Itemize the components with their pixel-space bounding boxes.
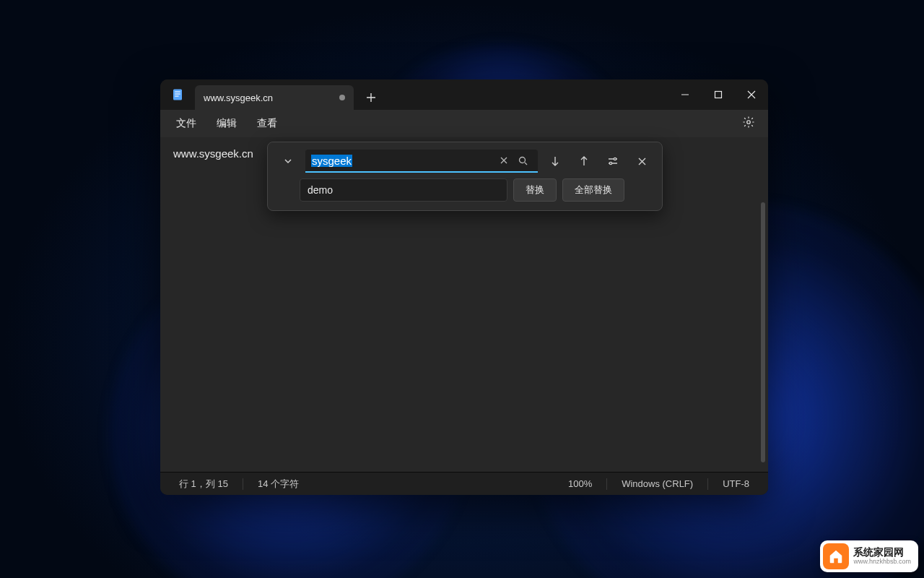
- menubar: 文件 编辑 查看: [160, 110, 768, 137]
- watermark: 系统家园网 www.hnzkhbsb.com: [820, 540, 918, 572]
- search-icon[interactable]: [513, 156, 532, 165]
- find-previous-button[interactable]: [572, 150, 596, 173]
- replace-button[interactable]: 替换: [513, 178, 557, 202]
- divider: [243, 478, 243, 490]
- svg-rect-4: [715, 92, 722, 98]
- status-char-count: 14 个字符: [253, 478, 303, 491]
- editor-area[interactable]: www.sysgeek.cn sysgeek: [160, 137, 768, 472]
- watermark-title: 系统家园网: [853, 547, 911, 558]
- search-input-wrapper: sysgeek: [305, 150, 538, 173]
- divider: [606, 478, 607, 490]
- find-next-button[interactable]: [544, 150, 567, 173]
- maximize-button[interactable]: [702, 79, 735, 110]
- search-options-button[interactable]: [601, 150, 624, 173]
- close-button[interactable]: [735, 79, 768, 110]
- status-encoding[interactable]: UTF-8: [718, 478, 754, 489]
- notepad-window: www.sysgeek.cn 文件 编辑 查看 www.sysgeek.cn: [160, 79, 768, 495]
- replace-input-wrapper: [300, 178, 507, 202]
- menu-view[interactable]: 查看: [247, 113, 287, 134]
- svg-rect-0: [173, 90, 182, 100]
- svg-point-5: [747, 121, 751, 124]
- find-replace-panel: sysgeek: [267, 142, 663, 211]
- editor-content: www.sysgeek.cn: [173, 147, 253, 160]
- minimize-button[interactable]: [668, 79, 702, 110]
- vertical-scrollbar[interactable]: [761, 202, 765, 462]
- document-tab[interactable]: www.sysgeek.cn: [195, 85, 354, 110]
- status-zoom[interactable]: 100%: [564, 478, 596, 489]
- close-find-button[interactable]: [630, 150, 653, 173]
- menu-file[interactable]: 文件: [166, 113, 206, 134]
- notepad-app-icon: [160, 88, 195, 101]
- menu-edit[interactable]: 编辑: [206, 113, 247, 134]
- svg-point-6: [519, 157, 525, 163]
- statusbar: 行 1，列 15 14 个字符 100% Windows (CRLF) UTF-…: [160, 472, 768, 495]
- watermark-url: www.hnzkhbsb.com: [853, 558, 911, 566]
- svg-point-8: [609, 162, 611, 164]
- replace-all-button[interactable]: 全部替换: [562, 178, 624, 202]
- new-tab-button[interactable]: [358, 85, 384, 110]
- svg-rect-1: [175, 92, 180, 92]
- search-input[interactable]: sysgeek: [311, 155, 352, 167]
- status-line-ending[interactable]: Windows (CRLF): [617, 478, 697, 489]
- clear-search-button[interactable]: [494, 156, 513, 165]
- settings-button[interactable]: [735, 111, 762, 136]
- modified-indicator-icon: [339, 95, 345, 100]
- collapse-toggle-button[interactable]: [276, 150, 300, 173]
- house-icon: [823, 543, 849, 569]
- titlebar: www.sysgeek.cn: [160, 79, 768, 110]
- svg-rect-2: [175, 94, 180, 95]
- svg-rect-3: [175, 96, 178, 97]
- status-cursor-position: 行 1，列 15: [175, 478, 232, 491]
- replace-input[interactable]: [308, 184, 500, 196]
- divider: [707, 478, 708, 490]
- svg-point-7: [614, 158, 616, 160]
- tab-title: www.sysgeek.cn: [204, 92, 273, 103]
